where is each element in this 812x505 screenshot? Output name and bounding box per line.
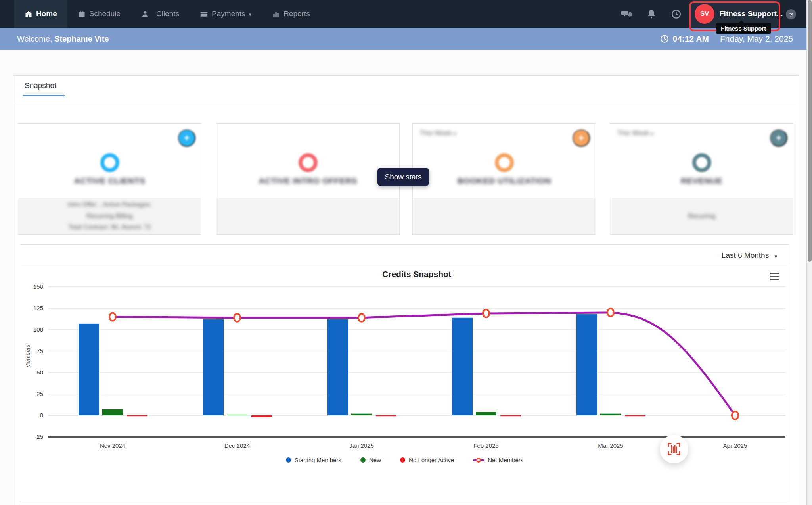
barcode-scan-button[interactable]: [660, 435, 688, 463]
card-title: REVENUE: [610, 176, 793, 186]
card-footer-line: Total Contract: 96, Alumni: 72: [68, 223, 151, 232]
legend-label: Net Members: [488, 457, 523, 463]
timeframe-dropdown[interactable]: This Week ▾: [420, 129, 456, 137]
range-dropdown[interactable]: Last 6 Months ▾: [722, 251, 777, 260]
credits-snapshot-chart: 1501251007550250-25Credits SnapshotNov 2…: [20, 266, 790, 503]
caret-down-icon: ▾: [249, 12, 252, 17]
card-footer: Recurring: [610, 198, 793, 234]
tab-snapshot[interactable]: Snapshot: [25, 81, 56, 90]
calendar-icon: [78, 10, 86, 18]
legend-item[interactable]: No Longer Active: [400, 457, 454, 463]
home-icon: [25, 10, 33, 18]
current-time: 04:12 AM: [673, 34, 709, 44]
svg-text:Nov 2024: Nov 2024: [100, 442, 125, 449]
top-nav: Home Schedule Clients Payments ▾ Reports…: [0, 0, 812, 28]
svg-text:50: 50: [36, 369, 43, 376]
nav-item-label: Clients: [156, 10, 179, 18]
chart-header: Last 6 Months ▾: [20, 245, 789, 266]
legend-line-swatch: [473, 459, 484, 461]
caret-down-icon: ▾: [651, 131, 654, 137]
svg-text:100: 100: [33, 326, 43, 333]
welcome-bar: Welcome, Stephanie Vite 04:12 AM Friday,…: [0, 28, 812, 50]
barcode-icon: [666, 441, 682, 457]
svg-text:75: 75: [36, 348, 43, 354]
card-footer-line: Recurring Billing: [86, 211, 133, 221]
legend-label: Starting Members: [295, 457, 341, 463]
messages-icon[interactable]: [621, 0, 632, 28]
nav-item-label: Payments: [212, 10, 245, 18]
add-widget-button[interactable]: +: [770, 129, 787, 147]
current-date: Friday, May 2, 2025: [720, 34, 793, 44]
add-widget-button[interactable]: +: [573, 129, 590, 147]
card-active-intro-offers: ACTIVE INTRO OFFERS: [216, 123, 400, 235]
nav-item-payments[interactable]: Payments ▾: [190, 0, 262, 28]
loading-spinner: [299, 153, 318, 172]
legend-label: No Longer Active: [409, 457, 454, 463]
legend-swatch: [286, 457, 291, 463]
caret-down-icon: ▾: [454, 131, 456, 137]
card-title: ACTIVE CLIENTS: [18, 176, 201, 186]
nav-item-label: Home: [36, 10, 57, 18]
card-title: ACTIVE INTRO OFFERS: [216, 176, 399, 186]
card-footer-line: Recurring: [688, 211, 715, 221]
welcome-message: Welcome, Stephanie Vite: [17, 35, 109, 44]
bar-chart-icon: [272, 10, 280, 18]
svg-text:Dec 2024: Dec 2024: [224, 442, 250, 449]
account-name: Fitness Support...: [719, 10, 783, 18]
nav-item-label: Reports: [283, 10, 310, 18]
active-tab-underline: [23, 95, 65, 96]
credits-snapshot-panel: Last 6 Months ▾ 1501251007550250-25Credi…: [20, 244, 789, 502]
clock-icon: [660, 35, 669, 43]
caret-down-icon: ▾: [774, 253, 777, 259]
svg-text:125: 125: [33, 305, 43, 311]
person-icon: [141, 10, 149, 18]
legend-label: New: [369, 457, 381, 463]
card-revenue: This Week ▾ + REVENUE Recurring: [610, 123, 793, 235]
svg-text:0: 0: [40, 412, 43, 419]
card-footer: Intro Offer: , Active Packages: Recurrin…: [18, 198, 201, 234]
legend-item[interactable]: Starting Members: [286, 457, 341, 463]
y-axis-label: Members: [25, 340, 31, 372]
svg-text:Apr 2025: Apr 2025: [723, 442, 747, 449]
credit-card-icon: [200, 10, 208, 18]
help-button[interactable]: ?: [786, 9, 796, 19]
add-widget-button[interactable]: +: [178, 129, 195, 147]
show-stats-button[interactable]: Show stats: [377, 168, 429, 186]
svg-text:Feb 2025: Feb 2025: [473, 442, 498, 449]
card-booked-utilization: This Week ▾ + BOOKED UTILIZATION: [412, 123, 596, 235]
card-active-clients: + ACTIVE CLIENTS Intro Offer: , Active P…: [18, 123, 201, 235]
nav-item-schedule[interactable]: Schedule: [67, 0, 131, 28]
legend-swatch: [400, 457, 405, 463]
tab-row: Snapshot: [13, 76, 799, 102]
scrollbar-thumb[interactable]: [808, 0, 812, 262]
svg-text:Jan 2025: Jan 2025: [349, 442, 374, 449]
nav-item-label: Schedule: [89, 10, 121, 18]
user-name: Stephanie Vite: [54, 35, 109, 43]
card-footer: [413, 198, 596, 234]
history-clock-icon[interactable]: [671, 0, 682, 28]
timeframe-dropdown[interactable]: This Week ▾: [617, 129, 653, 137]
account-tooltip: Fitness Support: [716, 23, 771, 34]
nav-item-reports[interactable]: Reports: [262, 0, 320, 28]
legend-item[interactable]: Net Members: [473, 457, 523, 463]
loading-spinner: [692, 153, 711, 172]
card-footer: [216, 198, 399, 234]
scrollbar-track: [806, 0, 812, 505]
card-title: BOOKED UTILIZATION: [413, 176, 596, 186]
avatar: SV: [695, 4, 714, 24]
svg-text:Mar 2025: Mar 2025: [598, 442, 623, 449]
legend-swatch: [360, 457, 366, 463]
svg-text:Credits Snapshot: Credits Snapshot: [382, 269, 451, 278]
loading-spinner: [495, 153, 514, 172]
legend-item[interactable]: New: [360, 457, 381, 463]
svg-text:150: 150: [33, 283, 43, 290]
loading-spinner: [100, 153, 119, 172]
nav-item-home[interactable]: Home: [14, 0, 67, 28]
svg-text:25: 25: [36, 390, 43, 397]
svg-text:-25: -25: [34, 433, 43, 440]
notifications-bell-icon[interactable]: [646, 0, 657, 28]
card-footer-line: Intro Offer: , Active Packages:: [68, 200, 151, 210]
nav-item-clients[interactable]: Clients: [131, 0, 190, 28]
